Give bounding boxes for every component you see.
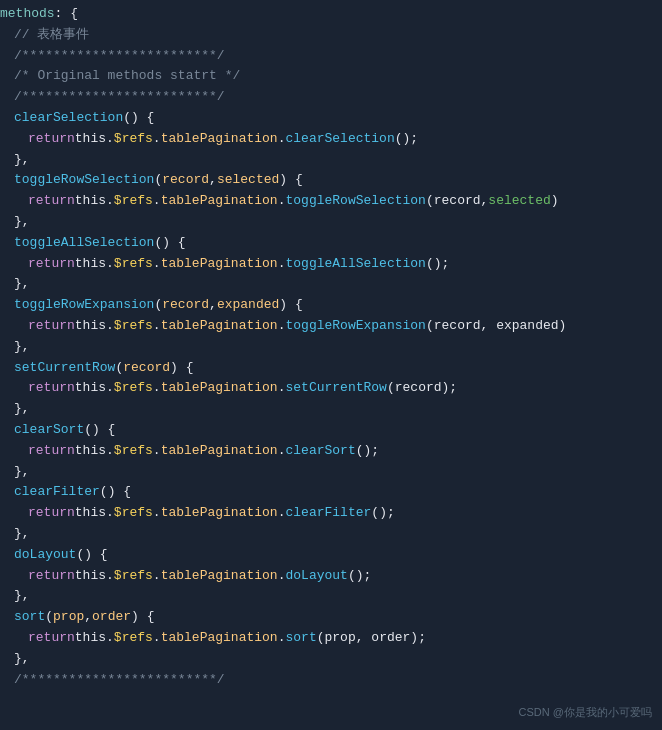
code-token: order	[92, 607, 131, 628]
code-token: toggleAllSelection	[14, 233, 154, 254]
code-token: () {	[154, 233, 185, 254]
code-token: ,	[209, 295, 217, 316]
code-line: },	[0, 337, 662, 358]
code-token: sort	[286, 628, 317, 649]
code-token: .	[153, 191, 161, 212]
code-line: toggleRowSelection(record, selected) {	[0, 170, 662, 191]
code-token: tablePagination	[161, 254, 278, 275]
code-line: setCurrentRow(record) {	[0, 358, 662, 379]
code-token: clearFilter	[14, 482, 100, 503]
code-token: toggleRowExpansion	[14, 295, 154, 316]
code-token: // 表格事件	[14, 25, 89, 46]
code-line: return this.$refs.tablePagination.sort(p…	[0, 628, 662, 649]
code-token: () {	[84, 420, 115, 441]
code-token: record	[162, 295, 209, 316]
code-token: (	[45, 607, 53, 628]
code-token: ();	[395, 129, 418, 150]
code-token: () {	[100, 482, 131, 503]
code-token: $refs	[114, 628, 153, 649]
code-token: this.	[75, 254, 114, 275]
code-token: tablePagination	[161, 566, 278, 587]
code-line: return this.$refs.tablePagination.toggle…	[0, 254, 662, 275]
code-token: ();	[426, 254, 449, 275]
code-token: .	[278, 254, 286, 275]
code-token: $refs	[114, 316, 153, 337]
code-token: tablePagination	[161, 378, 278, 399]
code-token: .	[278, 566, 286, 587]
code-token: : {	[55, 4, 78, 25]
code-token: (record);	[387, 378, 457, 399]
code-token: $refs	[114, 441, 153, 462]
code-line: return this.$refs.tablePagination.clearS…	[0, 129, 662, 150]
code-token: ) {	[131, 607, 154, 628]
code-line: toggleRowExpansion(record, expanded) {	[0, 295, 662, 316]
code-line: /*************************/	[0, 87, 662, 108]
code-token: (prop, order);	[317, 628, 426, 649]
code-token: /* Original methods statrt */	[14, 66, 240, 87]
code-token: .	[153, 503, 161, 524]
code-token: return	[28, 566, 75, 587]
code-token: selected	[217, 170, 279, 191]
code-token: return	[28, 503, 75, 524]
code-token: )	[551, 191, 559, 212]
code-line: },	[0, 524, 662, 545]
code-token: (	[154, 295, 162, 316]
code-token: this.	[75, 441, 114, 462]
code-line: clearFilter() {	[0, 482, 662, 503]
code-token: setCurrentRow	[286, 378, 387, 399]
code-token: this.	[75, 316, 114, 337]
code-line: },	[0, 212, 662, 233]
code-token: },	[14, 462, 30, 483]
code-token: setCurrentRow	[14, 358, 115, 379]
code-token: return	[28, 316, 75, 337]
code-token: (record,	[426, 191, 488, 212]
code-token: toggleRowSelection	[14, 170, 154, 191]
code-token: ,	[84, 607, 92, 628]
code-token: this.	[75, 129, 114, 150]
code-token: .	[278, 129, 286, 150]
code-token: this.	[75, 628, 114, 649]
code-token: tablePagination	[161, 441, 278, 462]
code-token: $refs	[114, 378, 153, 399]
code-token: .	[278, 378, 286, 399]
code-token: return	[28, 254, 75, 275]
code-line: return this.$refs.tablePagination.setCur…	[0, 378, 662, 399]
code-line highlight-line: return this.$refs.tablePagination.toggle…	[0, 191, 662, 212]
code-token: .	[153, 566, 161, 587]
code-line: clearSelection() {	[0, 108, 662, 129]
code-token: .	[153, 129, 161, 150]
code-token: $refs	[114, 566, 153, 587]
code-token: clearSelection	[14, 108, 123, 129]
code-token: },	[14, 524, 30, 545]
code-token: expanded	[217, 295, 279, 316]
code-line: return this.$refs.tablePagination.toggle…	[0, 316, 662, 337]
code-token: },	[14, 586, 30, 607]
code-token: selected	[488, 191, 550, 212]
code-line: /*************************/	[0, 46, 662, 67]
code-token: },	[14, 212, 30, 233]
code-token: clearSort	[14, 420, 84, 441]
code-token: .	[153, 378, 161, 399]
code-token: .	[153, 441, 161, 462]
code-token: ) {	[170, 358, 193, 379]
code-token: () {	[123, 108, 154, 129]
code-token: return	[28, 378, 75, 399]
code-token: record	[123, 358, 170, 379]
code-token: this.	[75, 503, 114, 524]
code-line: /* Original methods statrt */	[0, 66, 662, 87]
code-token: clearSelection	[286, 129, 395, 150]
code-line: methods: {	[0, 4, 662, 25]
code-line: },	[0, 150, 662, 171]
code-token: },	[14, 399, 30, 420]
code-token: tablePagination	[161, 628, 278, 649]
code-line: },	[0, 649, 662, 670]
watermark: CSDN @你是我的小可爱吗	[519, 704, 652, 722]
code-token: methods	[0, 4, 55, 25]
code-token: tablePagination	[161, 316, 278, 337]
code-token: /*************************/	[14, 46, 225, 67]
code-token: toggleAllSelection	[286, 254, 426, 275]
code-token: ();	[348, 566, 371, 587]
code-line: return this.$refs.tablePagination.clearS…	[0, 441, 662, 462]
code-line: },	[0, 399, 662, 420]
code-line: return this.$refs.tablePagination.doLayo…	[0, 566, 662, 587]
